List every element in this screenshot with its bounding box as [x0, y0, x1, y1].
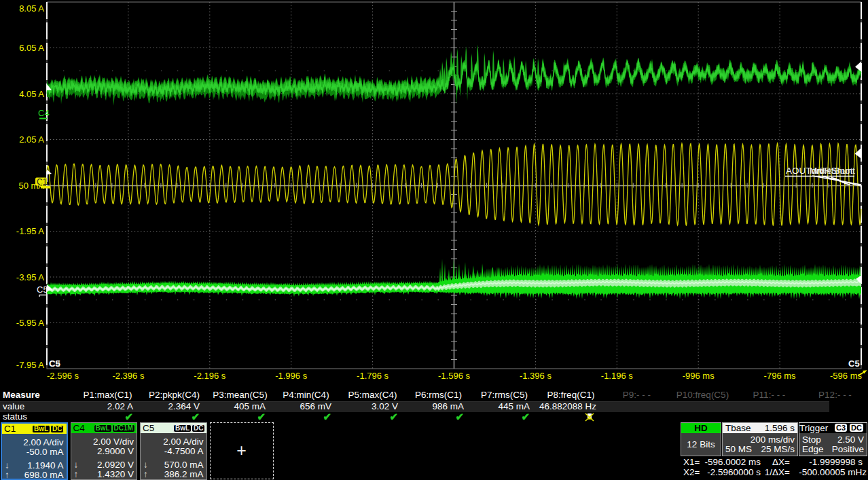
svg-text:-2.196 s: -2.196 s: [194, 371, 225, 381]
svg-text:-596 ms: -596 ms: [830, 371, 862, 381]
svg-text:-1.596 s: -1.596 s: [438, 371, 470, 381]
svg-text:50 mA: 50 mA: [18, 181, 44, 191]
svg-text:-5.95 A: -5.95 A: [16, 318, 45, 328]
svg-text:C5: C5: [37, 284, 48, 295]
svg-text:-1.95 A: -1.95 A: [16, 226, 45, 236]
svg-text:C5: C5: [848, 358, 860, 369]
svg-text:8.05 A: 8.05 A: [19, 3, 44, 14]
svg-text:-1.996 s: -1.996 s: [275, 371, 307, 381]
svg-text:vRefBoot: vRefBoot: [815, 166, 853, 176]
svg-text:-1.396 s: -1.396 s: [520, 371, 551, 381]
svg-text:-3.95 A: -3.95 A: [16, 272, 45, 282]
svg-text:-996 ms: -996 ms: [683, 371, 715, 381]
svg-text:-1.796 s: -1.796 s: [357, 371, 388, 381]
svg-text:2.05 A: 2.05 A: [19, 134, 44, 145]
svg-text:6.05 A: 6.05 A: [19, 43, 44, 53]
svg-text:-2.396 s: -2.396 s: [112, 371, 144, 381]
svg-text:-7.95 A: -7.95 A: [16, 360, 45, 370]
svg-text:-796 ms: -796 ms: [764, 371, 796, 381]
svg-text:-1.196 s: -1.196 s: [601, 371, 633, 381]
svg-text:-2.596 s: -2.596 s: [47, 371, 79, 381]
svg-text:C4: C4: [50, 358, 61, 369]
svg-text:C4: C4: [38, 108, 50, 118]
svg-text:4.05 A: 4.05 A: [19, 89, 44, 99]
